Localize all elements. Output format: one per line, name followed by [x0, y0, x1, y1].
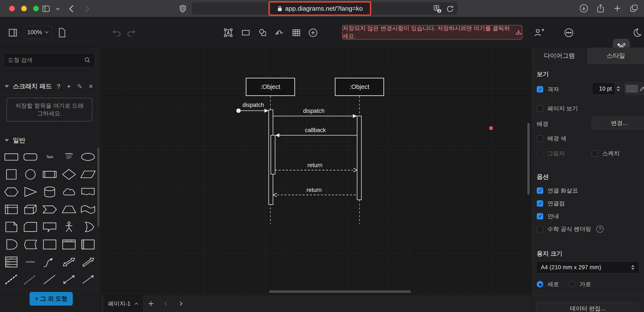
shadow-checkbox[interactable] — [537, 150, 543, 157]
shape-square[interactable] — [2, 167, 21, 182]
page-outline-icon[interactable] — [57, 27, 67, 38]
scratchpad-header[interactable]: 스크래치 패드 ? + ✎ × — [0, 79, 100, 93]
shape-internal-storage[interactable] — [2, 202, 21, 217]
connection-points-checkbox[interactable] — [537, 200, 543, 207]
shape-container[interactable] — [40, 237, 59, 252]
zoom-select[interactable]: 100% — [24, 26, 52, 39]
share-person-add-icon[interactable] — [534, 27, 545, 38]
shape-step[interactable] — [40, 202, 59, 217]
insert-plus-icon[interactable] — [308, 27, 318, 38]
add-page-button[interactable] — [143, 295, 158, 312]
shape-note[interactable] — [2, 220, 21, 234]
shape-card[interactable] — [21, 220, 40, 234]
math-typesetting-checkbox[interactable] — [537, 226, 543, 232]
connection-arrows-checkbox[interactable] — [537, 187, 543, 194]
close-icon[interactable]: × — [89, 83, 93, 90]
shape-directional-connector[interactable] — [78, 272, 98, 287]
shape-dashed-line[interactable] — [2, 272, 21, 287]
object-lifeline-box[interactable]: :Object — [246, 78, 295, 96]
shape-cylinder[interactable] — [40, 185, 59, 199]
help-icon[interactable]: ? — [56, 83, 60, 90]
shape-curve[interactable] — [40, 255, 59, 269]
shape-ellipse[interactable] — [78, 150, 98, 164]
shape-heading[interactable]: Heading — [59, 150, 78, 164]
table-tool-icon[interactable] — [291, 27, 302, 38]
landscape-radio[interactable] — [569, 281, 575, 288]
panels-toggle-icon[interactable] — [8, 27, 18, 38]
sketch-checkbox[interactable] — [592, 150, 598, 157]
minimize-window-button[interactable] — [21, 6, 27, 11]
scratchpad-dropzone[interactable]: 저장할 항목을 여기로 드래그하세요. — [6, 98, 92, 122]
shape-search-box[interactable] — [4, 53, 95, 67]
shape-circle[interactable] — [21, 167, 40, 182]
background-color-checkbox[interactable] — [537, 135, 543, 142]
shapes-tool-icon[interactable] — [258, 27, 268, 38]
message-label[interactable]: return — [308, 162, 323, 169]
undo-icon[interactable] — [111, 27, 122, 38]
message-label[interactable]: dispatch — [303, 108, 325, 114]
back-icon[interactable] — [67, 4, 77, 14]
edit-pencil-icon[interactable]: ✎ — [77, 83, 82, 90]
redo-icon[interactable] — [126, 27, 136, 38]
translate-icon[interactable] — [433, 4, 442, 14]
url-bar[interactable]: app.diagrams.net/?lang=ko — [192, 2, 457, 15]
shape-callout[interactable] — [40, 220, 59, 234]
next-page-button[interactable] — [173, 295, 188, 312]
grid-size-stepper[interactable] — [615, 82, 622, 95]
dark-mode-moon-icon[interactable] — [632, 27, 642, 37]
message-label[interactable]: callback — [305, 127, 326, 134]
more-options-icon[interactable] — [564, 27, 574, 38]
shape-tape[interactable] — [78, 202, 98, 217]
shape-bidirectional-connector[interactable] — [59, 272, 78, 287]
page-view-checkbox[interactable] — [537, 105, 543, 112]
reload-icon[interactable] — [446, 5, 454, 13]
sidebar-scrollbar[interactable] — [98, 148, 99, 227]
tab-style[interactable]: 스타일 — [588, 47, 644, 64]
shape-document[interactable] — [78, 185, 98, 199]
change-background-button[interactable]: 변경... — [592, 117, 644, 130]
grid-checkbox[interactable] — [537, 86, 543, 93]
shape-list-item[interactable]: List Item — [21, 255, 40, 269]
share-icon[interactable] — [596, 3, 606, 13]
fullscreen-window-button[interactable] — [33, 6, 39, 11]
freehand-tool-icon[interactable] — [274, 27, 284, 38]
shape-cloud[interactable] — [59, 185, 78, 199]
downloads-icon[interactable] — [579, 3, 589, 13]
shape-data-storage[interactable] — [21, 237, 40, 252]
shape-search-input[interactable] — [8, 57, 84, 63]
object-lifeline-box[interactable]: :Object — [335, 78, 384, 96]
shape-or[interactable] — [78, 220, 98, 234]
chevron-down-icon[interactable] — [54, 6, 61, 11]
grid-color-button[interactable] — [624, 82, 644, 95]
shape-text[interactable]: Text — [40, 150, 59, 164]
shape-process[interactable] — [40, 167, 59, 182]
page-tab[interactable]: 페이지-1 — [104, 295, 143, 312]
shape-diamond[interactable] — [59, 167, 78, 182]
vertical-scrollbar[interactable] — [527, 123, 530, 195]
shape-vertical-container[interactable]: Vertical Container — [59, 237, 78, 252]
portrait-radio[interactable] — [537, 281, 543, 288]
shape-and[interactable] — [2, 237, 21, 252]
close-window-button[interactable] — [9, 6, 15, 11]
new-tab-icon[interactable] — [612, 3, 622, 13]
shape-dotted-line[interactable] — [21, 272, 40, 287]
shape-arrow[interactable] — [78, 255, 98, 269]
forward-icon[interactable] — [82, 4, 92, 14]
shape-cube[interactable] — [21, 202, 40, 217]
more-shapes-button[interactable]: + 그 외 도형 — [30, 292, 73, 306]
shape-trapezoid[interactable] — [59, 202, 78, 217]
shape-horizontal-container[interactable]: Horizontal Container — [78, 237, 98, 252]
paper-size-select[interactable]: A4 (210 mm x 297 mm) — [536, 261, 639, 274]
shape-rounded-rectangle[interactable] — [21, 150, 40, 164]
privacy-shield-icon[interactable] — [178, 4, 188, 14]
browser-sidebar-icon[interactable] — [41, 4, 51, 14]
shape-rectangle[interactable] — [2, 150, 21, 164]
shape-parallelogram[interactable] — [78, 167, 98, 182]
text-tool-icon[interactable] — [223, 27, 233, 38]
help-icon[interactable]: ? — [596, 225, 604, 233]
tab-diagram[interactable]: 다이어그램 — [531, 47, 588, 64]
shape-bidirectional-arrow[interactable] — [59, 255, 78, 269]
guides-checkbox[interactable] — [537, 213, 543, 219]
unsaved-changes-banner[interactable]: 저장되지 않은 변경사항이 있습니다. 저장하시려면 여기를 클릭하세요. — [342, 25, 522, 39]
grid-size-input[interactable] — [592, 82, 615, 95]
